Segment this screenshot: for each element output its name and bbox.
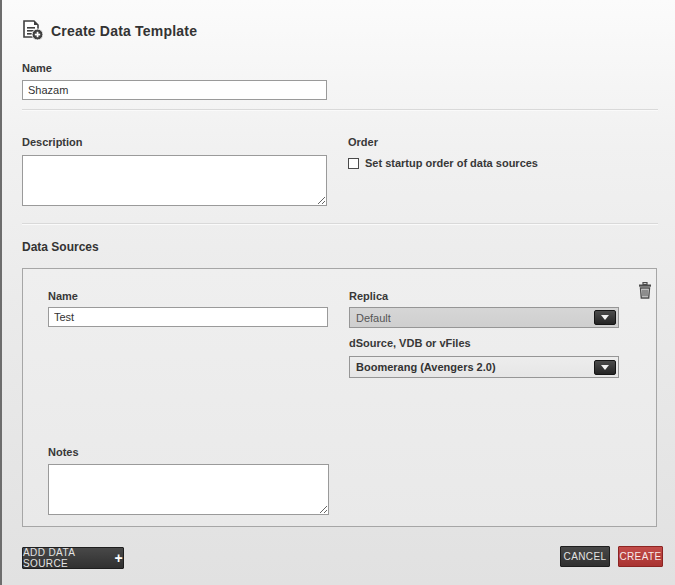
source-name-label: Name bbox=[48, 290, 78, 302]
startup-order-checkbox-label: Set startup order of data sources bbox=[365, 157, 538, 169]
data-source-card: Name Replica Default dSource, VDB or vFi… bbox=[22, 268, 657, 527]
template-name-input[interactable] bbox=[22, 80, 327, 100]
caret-down-icon[interactable] bbox=[594, 360, 616, 375]
startup-order-checkbox-row: Set startup order of data sources bbox=[348, 157, 538, 169]
template-name-label: Name bbox=[22, 62, 52, 74]
dsource-selected-value: Boomerang (Avengers 2.0) bbox=[356, 361, 496, 373]
create-button[interactable]: CREATE bbox=[618, 546, 663, 567]
delete-data-source-button[interactable] bbox=[637, 282, 653, 299]
page-title: Create Data Template bbox=[51, 23, 197, 39]
order-label: Order bbox=[348, 136, 378, 148]
cancel-button[interactable]: CANCEL bbox=[560, 546, 610, 567]
dialog-left-border bbox=[0, 0, 2, 585]
replica-label: Replica bbox=[349, 290, 388, 302]
dsource-label: dSource, VDB or vFiles bbox=[349, 337, 471, 349]
description-textarea[interactable] bbox=[22, 155, 327, 206]
replica-selected-value: Default bbox=[356, 312, 391, 324]
source-name-input[interactable] bbox=[48, 307, 328, 327]
document-add-icon bbox=[21, 20, 44, 41]
section-divider bbox=[22, 109, 658, 111]
plus-icon: + bbox=[114, 553, 123, 563]
add-data-source-button[interactable]: ADD DATA SOURCE + bbox=[22, 547, 124, 569]
trash-icon bbox=[637, 282, 653, 299]
data-sources-heading: Data Sources bbox=[22, 240, 99, 254]
caret-down-icon[interactable] bbox=[594, 310, 616, 325]
dialog-header: Create Data Template bbox=[21, 20, 197, 41]
section-divider bbox=[22, 223, 658, 225]
create-data-template-dialog: Create Data Template Name Description Or… bbox=[0, 0, 675, 585]
description-label: Description bbox=[22, 136, 83, 148]
add-data-source-label: ADD DATA SOURCE bbox=[23, 547, 108, 569]
replica-select[interactable]: Default bbox=[349, 307, 619, 328]
notes-textarea[interactable] bbox=[48, 464, 329, 515]
dsource-select[interactable]: Boomerang (Avengers 2.0) bbox=[349, 356, 619, 378]
startup-order-checkbox[interactable] bbox=[348, 158, 359, 169]
notes-label: Notes bbox=[48, 446, 79, 458]
